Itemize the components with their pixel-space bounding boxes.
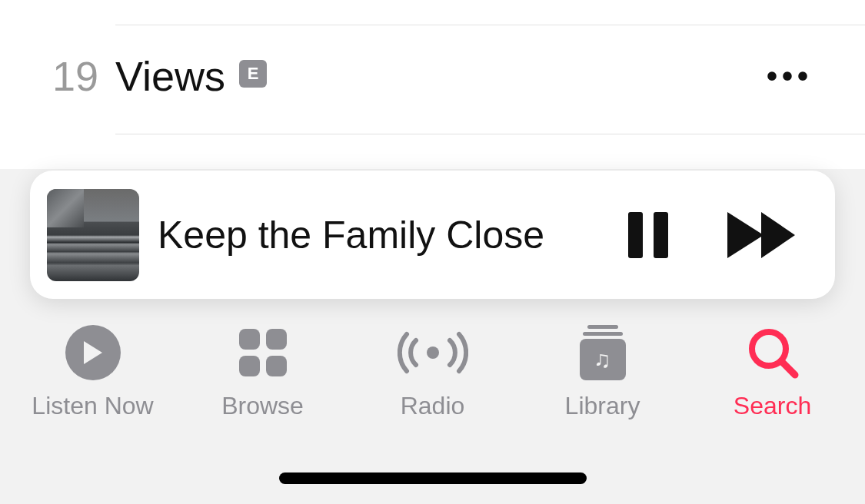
divider — [115, 25, 865, 25]
grid-icon — [239, 323, 287, 383]
svg-line-2 — [781, 361, 795, 375]
tab-label: Radio — [401, 392, 465, 420]
track-title: Views — [115, 52, 225, 100]
tab-radio[interactable]: Radio — [348, 323, 517, 420]
explicit-badge: E — [239, 60, 267, 88]
tab-bar: Listen Now Browse Radio — [0, 323, 865, 420]
divider — [115, 134, 865, 134]
tab-listen-now[interactable]: Listen Now — [8, 323, 178, 420]
pause-button[interactable] — [627, 212, 670, 258]
tab-search[interactable]: Search — [687, 323, 857, 420]
album-artwork — [47, 189, 139, 281]
now-playing-title: Keep the Family Close — [158, 213, 627, 257]
track-number: 19 — [52, 52, 115, 100]
now-playing-bar[interactable]: Keep the Family Close — [30, 171, 835, 299]
tab-library[interactable]: ♫ Library — [517, 323, 687, 420]
search-icon — [746, 323, 800, 383]
track-row[interactable]: 19 Views E ••• — [0, 52, 865, 100]
radio-waves-icon — [398, 323, 468, 383]
tab-label: Search — [734, 392, 811, 420]
tab-label: Browse — [221, 392, 304, 420]
tab-browse[interactable]: Browse — [178, 323, 348, 420]
home-indicator[interactable] — [279, 472, 587, 484]
more-options-icon[interactable]: ••• — [767, 61, 813, 91]
library-icon: ♫ — [580, 323, 626, 383]
tab-label: Listen Now — [32, 392, 153, 420]
tab-label: Library — [565, 392, 640, 420]
svg-point-0 — [427, 346, 439, 359]
play-circle-icon — [65, 323, 121, 383]
skip-forward-button[interactable] — [727, 212, 797, 258]
